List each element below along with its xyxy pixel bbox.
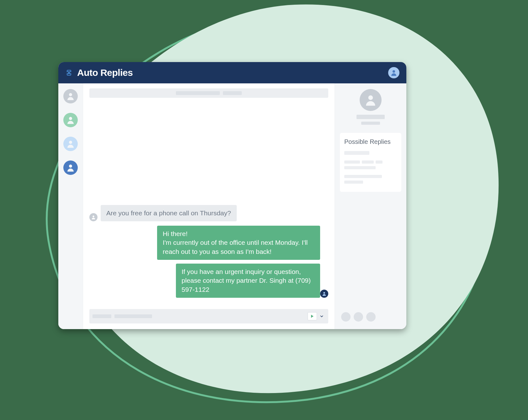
composer-placeholder (92, 314, 111, 318)
svg-point-6 (323, 292, 325, 294)
chevron-down-icon (320, 315, 323, 317)
possible-replies-card: Possible Replies (340, 133, 401, 192)
reply-suggestion[interactable] (344, 151, 397, 155)
chat-area: Are you free for a phone call on Thursda… (83, 83, 335, 329)
profile-name-placeholder (356, 115, 385, 119)
chat-header-bar (89, 88, 328, 98)
svg-point-3 (69, 141, 72, 144)
contact-item[interactable] (63, 89, 78, 103)
play-icon (311, 315, 314, 318)
send-button[interactable] (308, 312, 317, 320)
contact-item[interactable] (63, 160, 78, 175)
self-avatar-icon (320, 290, 328, 298)
message-bubble: Hi there! I'm currently out of the offic… (157, 226, 320, 260)
action-buttons (340, 308, 401, 323)
profile-avatar[interactable] (360, 89, 382, 111)
message-bubble: If you have an urgent inquiry or questio… (176, 264, 320, 298)
app-window: Auto Replies (58, 62, 406, 329)
reply-suggestion[interactable] (344, 175, 397, 184)
app-body: Are you free for a phone call on Thursda… (58, 83, 406, 329)
reply-suggestion[interactable] (344, 160, 397, 169)
current-user-avatar[interactable] (388, 67, 399, 78)
svg-point-0 (393, 70, 395, 73)
action-button[interactable] (341, 312, 351, 322)
svg-point-5 (92, 216, 94, 217)
message-outgoing-group: Hi there! I'm currently out of the offic… (89, 226, 328, 298)
action-button[interactable] (354, 312, 363, 322)
app-title: Auto Replies (77, 67, 133, 78)
send-options-dropdown[interactable] (318, 312, 325, 320)
action-button[interactable] (366, 312, 376, 322)
chat-header (83, 83, 335, 100)
svg-point-7 (368, 95, 373, 100)
profile-sub-placeholder (361, 122, 380, 125)
chat-messages: Are you free for a phone call on Thursda… (83, 100, 335, 305)
svg-point-2 (69, 117, 72, 120)
message-incoming: Are you free for a phone call on Thursda… (89, 205, 328, 221)
message-bubble: Are you free for a phone call on Thursda… (101, 205, 237, 221)
sender-avatar-icon (89, 213, 98, 221)
possible-replies-title: Possible Replies (344, 138, 397, 145)
right-sidebar: Possible Replies (335, 83, 406, 329)
composer-placeholder (114, 314, 152, 318)
svg-point-1 (69, 93, 72, 96)
brand-icon (65, 69, 73, 77)
left-sidebar (58, 83, 83, 329)
chat-header-placeholder (223, 91, 242, 95)
svg-point-4 (69, 165, 72, 168)
contact-item[interactable] (63, 137, 78, 151)
composer-input[interactable] (89, 309, 328, 323)
app-header: Auto Replies (58, 62, 406, 83)
message-composer (83, 305, 335, 329)
chat-header-placeholder (176, 91, 220, 95)
contact-item[interactable] (63, 113, 78, 127)
